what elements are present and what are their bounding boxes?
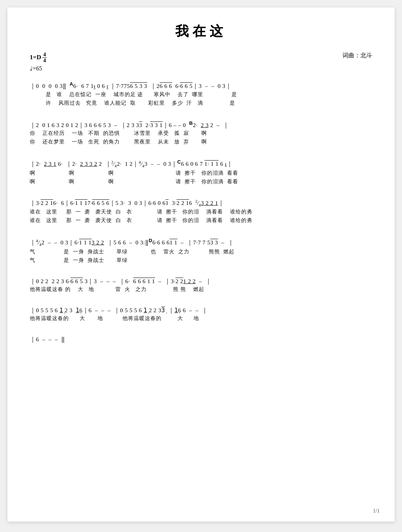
sheet-music-page: 我在这 1=D 44 ♩=65 词曲：北斗 ｜0 0 0 0 3‖ A6· 6 … <box>7 7 395 522</box>
lyric-3a: 啊 啊 啊 请 擦干 你的泪滴 看看 <box>30 169 372 178</box>
notation-7: ｜0 5 5 5 6 1̣ 2 3 1̣6｜6 – – – ｜0 5 5 5 6… <box>30 306 372 314</box>
lyric-4b: 谁在 这里 那 一 袭 袭天使 白 衣 请 擦干 你的泪 滴看看 谁给的勇 <box>30 216 372 225</box>
music-line-3: ｜2· 2 3 1 6· ｜2· 2 3 3 2 2 ｜2⁄42· 1 2｜4⁄… <box>30 158 372 186</box>
lyric-4a: 谁在 这里 那 一 袭 袭天使 白 衣 请 擦干 你的泪 滴看看 谁给的勇 <box>30 208 372 216</box>
music-line-8: ｜6 – – – ‖ <box>30 335 372 343</box>
composer-info: 词曲：北斗 <box>342 52 372 60</box>
notation-2: ｜2 0 1 6 3 2 0 1 2｜3 6 6 6 5 3 – ｜2 3 33… <box>30 120 372 129</box>
lyric-2a: 你 正在经历 一场 不期 的恐惧 冰雪里 承受 孤 寂 啊 <box>30 129 372 138</box>
music-line-6: ｜0 2 2 2 2 3 6·6 6 5 3｜3 – – – ｜6· 6 6 6… <box>30 277 372 294</box>
lyric-5b: 气 是 一身 身战士 草绿 <box>30 256 372 265</box>
music-line-2: ｜2 0 1 6 3 2 0 1 2｜3 6 6 6 5 3 – ｜2 3 33… <box>30 120 372 146</box>
notation-3: ｜2· 2 3 1 6· ｜2· 2 3 3 2 2 ｜2⁄42· 1 2｜4⁄… <box>30 158 372 169</box>
key-signature: 1=D 44 <box>30 52 47 64</box>
music-line-1: ｜0 0 0 0 3‖ A6· 6 7 1ı 0 6 ı ｜7·7756 5 3… <box>30 80 372 107</box>
tempo: ♩=65 <box>30 64 47 73</box>
page-number: 1/1 <box>373 508 380 514</box>
lyric-6a: 他将温暖这春 的 大 地 雷 火 之力 熊 熊 燃起 <box>30 285 372 294</box>
notation-5: ｜4⁄42 – – 0 3｜6·1 1 13 2 2 ｜5 6 6 – 0 3:… <box>30 237 372 248</box>
lyric-1a: 是 谁 总在惦记 一座 城市的足 迹 寒风中 去了 哪里 是 <box>30 91 372 99</box>
lyric-2b: 你 还在梦里 一场 生死 的角力 黑夜里 从未 放 弃 啊 <box>30 138 372 146</box>
lyric-1b: 许 风雨过去 究竟 谁人能记 取 彩虹里 多少 汗 滴 是 <box>30 99 372 108</box>
music-content: ｜0 0 0 0 3‖ A6· 6 7 1ı 0 6 ı ｜7·7756 5 3… <box>30 80 372 343</box>
music-line-4: ｜3·2 2 16· 6｜6·1 1 17·6 6 5 6｜5 3· 3 0 3… <box>30 198 372 225</box>
song-title: 我在这 <box>30 22 372 41</box>
notation-8: ｜6 – – – ‖ <box>30 335 372 343</box>
lyric-3b: 啊 啊 啊 请 擦干 你的泪滴 看看 <box>30 178 372 186</box>
info-row: 1=D 44 ♩=65 词曲：北斗 <box>30 52 372 73</box>
music-line-7: ｜0 5 5 5 6 1̣ 2 3 1̣6｜6 – – – ｜0 5 5 5 6… <box>30 306 372 323</box>
notation-6: ｜0 2 2 2 2 3 6·6 6 5 3｜3 – – – ｜6· 6 6 6… <box>30 277 372 285</box>
lyric-7a: 他将温暖这春的 大 地 他将温暖这春的 大 地 <box>30 314 372 323</box>
notation-4: ｜3·2 2 16· 6｜6·1 1 17·6 6 5 6｜5 3· 3 0 3… <box>30 198 372 208</box>
lyric-5a: 气 是 一身 身战士 草绿 也 雷火 之力 熊熊 燃起 <box>30 248 372 256</box>
music-line-5: ｜4⁄42 – – 0 3｜6·1 1 13 2 2 ｜5 6 6 – 0 3:… <box>30 237 372 265</box>
notation-1: ｜0 0 0 0 3‖ A6· 6 7 1ı 0 6 ı ｜7·7756 5 3… <box>30 80 372 90</box>
key-time-info: 1=D 44 ♩=65 <box>30 52 47 73</box>
